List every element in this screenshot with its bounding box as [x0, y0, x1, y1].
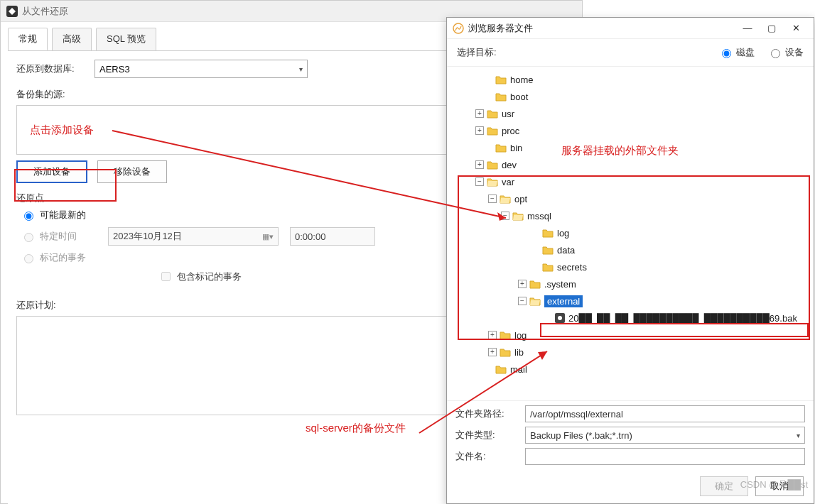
time-input[interactable]: 0:00:00 [290, 227, 375, 246]
radio-specific-time[interactable] [24, 233, 33, 242]
add-device-button[interactable]: 添加设备 [16, 160, 87, 183]
tree-node-dev[interactable]: +dev [450, 156, 811, 173]
ok-button[interactable]: 确定 [700, 476, 748, 496]
tab-sql-preview[interactable]: SQL 预览 [96, 28, 156, 50]
tree-node-varlog[interactable]: +log [450, 327, 811, 344]
radio-device[interactable] [771, 49, 780, 58]
radio-device-label: 设备 [785, 46, 804, 59]
tree-label: 20██_██_██_██████████_██████████69.bak [568, 313, 797, 324]
tree-node-mail[interactable]: mail [450, 361, 811, 378]
tree-node-log[interactable]: log [450, 224, 811, 241]
date-input[interactable]: 2023年10月12日 ▦▾ [108, 227, 279, 246]
chevron-down-icon: ▾ [797, 432, 800, 439]
browse-title: 浏览服务器文件 [468, 22, 533, 35]
tab-advanced[interactable]: 高级 [52, 28, 92, 50]
folder-icon [495, 75, 507, 84]
minimize-button[interactable]: — [735, 18, 760, 38]
folder-open-icon [487, 177, 498, 187]
radio-marked-txn-label: 标记的事务 [40, 251, 86, 264]
select-target-row: 选择目标: 磁盘 设备 [447, 39, 814, 67]
folder-icon [542, 228, 554, 238]
tree-node-opt[interactable]: −opt [450, 190, 811, 207]
collapse-icon[interactable]: − [518, 297, 527, 305]
tree-node-mssql[interactable]: −mssql [450, 207, 811, 224]
tree-node-usr[interactable]: +usr [450, 105, 811, 122]
remove-device-button[interactable]: 移除设备 [97, 160, 167, 183]
folder-path-label: 文件夹路径: [455, 407, 519, 420]
tree-label: bin [510, 143, 522, 153]
tree-node-bakfile[interactable]: 20██_██_██_██████████_██████████69.bak [450, 309, 811, 327]
cancel-button[interactable]: 取消 [755, 476, 804, 496]
folder-icon [500, 347, 511, 357]
radio-marked-txn[interactable] [24, 254, 33, 263]
dialog-icon [453, 23, 464, 34]
tree-label: .system [544, 279, 576, 290]
tree-label: lib [514, 347, 524, 358]
folder-path-value: /var/opt/mssql/external [530, 409, 623, 420]
tree-label: log [514, 330, 527, 341]
tree-node-data[interactable]: data [450, 241, 811, 258]
file-type-value: Backup Files (*.bak;*.trn) [530, 430, 632, 441]
tree-node-var[interactable]: −var [450, 173, 811, 190]
tree-node-secrets[interactable]: secrets [450, 258, 811, 275]
restore-to-db-select[interactable]: AERS3 ▾ [95, 60, 308, 78]
tree-node-system[interactable]: +.system [450, 275, 811, 292]
expand-icon[interactable]: + [475, 109, 484, 118]
browse-server-files-dialog: 浏览服务器文件 — ▢ ✕ 选择目标: 磁盘 设备 home boot +usr… [446, 17, 814, 504]
window-controls: — ▢ ✕ [735, 18, 808, 38]
tree-node-proc[interactable]: +proc [450, 122, 811, 139]
folder-tree[interactable]: home boot +usr +proc bin +dev −var −opt … [447, 67, 814, 400]
select-target-label: 选择目标: [457, 46, 497, 59]
tree-node-bin[interactable]: bin [450, 139, 811, 156]
tree-label: log [557, 228, 569, 239]
radio-disk[interactable] [722, 49, 731, 58]
folder-icon [500, 330, 511, 340]
radio-disk-option[interactable]: 磁盘 [718, 46, 755, 59]
file-name-input[interactable] [525, 448, 805, 465]
folder-path-input[interactable]: /var/opt/mssql/external [525, 405, 805, 422]
close-button[interactable]: ✕ [784, 18, 808, 38]
dialog-button-row: 确定 取消 [447, 472, 814, 503]
restore-to-db-label: 还原到数据库: [16, 62, 95, 75]
tree-node-lib[interactable]: +lib [450, 344, 811, 361]
tree-label: data [557, 245, 575, 256]
expand-icon[interactable]: + [475, 160, 484, 169]
folder-icon [487, 160, 498, 170]
collapse-icon[interactable]: − [475, 177, 484, 186]
radio-specific-time-label: 特定时间 [40, 230, 104, 243]
include-marked-txn-checkbox[interactable] [161, 272, 171, 281]
window-title: 从文件还原 [22, 5, 68, 18]
app-icon [6, 6, 18, 17]
file-icon [555, 313, 565, 323]
calendar-icon: ▦▾ [262, 232, 274, 241]
folder-icon [487, 126, 498, 136]
folder-open-icon [512, 211, 524, 221]
tree-node-external[interactable]: −external [450, 292, 811, 309]
radio-disk-label: 磁盘 [736, 46, 755, 59]
expand-icon[interactable]: + [518, 280, 527, 288]
browse-bottom-form: 文件夹路径: /var/opt/mssql/external 文件类型: Bac… [447, 400, 814, 472]
folder-icon [542, 245, 554, 255]
tree-node-boot[interactable]: boot [450, 88, 811, 105]
file-name-label: 文件名: [455, 450, 519, 463]
chevron-down-icon: ▾ [299, 65, 303, 73]
collapse-icon[interactable]: − [488, 195, 497, 203]
radio-latest-label: 可能最新的 [40, 209, 86, 221]
folder-icon [495, 143, 507, 153]
radio-latest[interactable] [24, 212, 33, 221]
restore-to-db-value: AERS3 [99, 64, 130, 75]
expand-icon[interactable]: + [488, 348, 497, 356]
folder-icon [495, 364, 507, 374]
expand-icon[interactable]: + [475, 126, 484, 135]
maximize-button[interactable]: ▢ [760, 18, 784, 38]
tree-label: external [544, 295, 583, 307]
file-type-select[interactable]: Backup Files (*.bak;*.trn) ▾ [525, 427, 805, 444]
radio-device-option[interactable]: 设备 [767, 46, 804, 59]
folder-open-icon [529, 296, 541, 306]
folder-icon [542, 262, 554, 272]
tree-node-home[interactable]: home [450, 71, 811, 88]
tab-general[interactable]: 常规 [8, 28, 48, 50]
folder-icon [495, 92, 507, 102]
expand-icon[interactable]: + [488, 331, 497, 339]
collapse-icon[interactable]: − [501, 212, 509, 220]
